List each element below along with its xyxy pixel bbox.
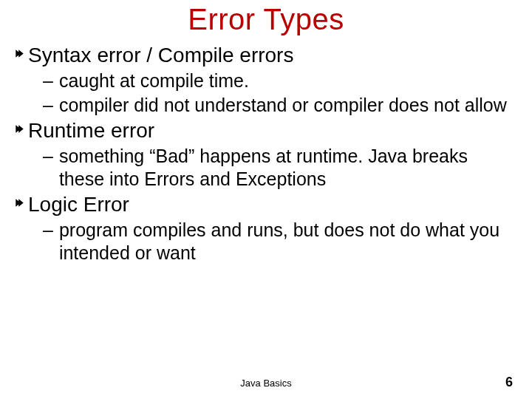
bullet-icon xyxy=(15,117,28,134)
list-sub-item-label: program compiles and runs, but does not … xyxy=(59,219,517,264)
list-sub-item-label: compiler did not understand or compiler … xyxy=(59,94,517,117)
dash-icon: – xyxy=(43,219,53,242)
slide-content: Syntax error / Compile errors – caught a… xyxy=(12,41,520,399)
dash-icon: – xyxy=(43,69,53,92)
list-item-label: Runtime error xyxy=(28,117,517,143)
list-sub-item-label: something “Bad” happens at runtime. Java… xyxy=(59,145,517,190)
list-item: Syntax error / Compile errors xyxy=(15,42,517,68)
list-sub-item: – something “Bad” happens at runtime. Ja… xyxy=(43,145,517,190)
slide-title: Error Types xyxy=(12,3,520,36)
list-item: Logic Error xyxy=(15,191,517,217)
bullet-icon xyxy=(15,42,28,58)
list-sub-item-label: caught at compile time. xyxy=(59,69,517,92)
dash-icon: – xyxy=(43,94,53,117)
bullet-icon xyxy=(15,191,28,208)
list-sub-item: – program compiles and runs, but does no… xyxy=(43,219,517,264)
list-sub-item: – compiler did not understand or compile… xyxy=(43,94,517,117)
list-sub-item: – caught at compile time. xyxy=(43,69,517,92)
dash-icon: – xyxy=(43,145,53,168)
slide: Error Types Syntax error / Compile error… xyxy=(0,0,532,399)
list-item-label: Logic Error xyxy=(28,191,517,217)
list-item-label: Syntax error / Compile errors xyxy=(28,42,517,68)
footer-text: Java Basics xyxy=(0,378,532,389)
page-number: 6 xyxy=(505,375,513,390)
list-item: Runtime error xyxy=(15,117,517,143)
